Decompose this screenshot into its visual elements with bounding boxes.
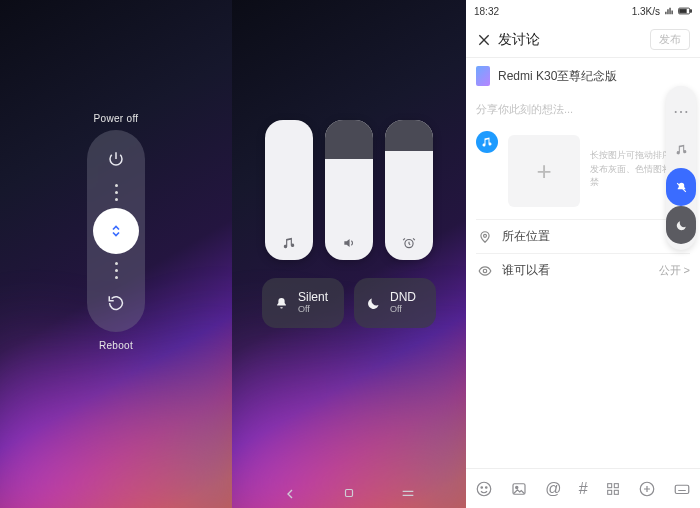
nav-home-icon[interactable] bbox=[342, 486, 356, 502]
image-icon[interactable] bbox=[510, 480, 528, 498]
svg-rect-12 bbox=[607, 483, 611, 487]
silent-title: Silent bbox=[298, 291, 328, 304]
battery-icon bbox=[678, 7, 692, 15]
dnd-title: DND bbox=[390, 291, 416, 304]
screenshot-volume-panel: Silent Off DND Off bbox=[232, 0, 466, 508]
svg-rect-14 bbox=[607, 490, 611, 494]
svg-rect-13 bbox=[614, 483, 618, 487]
close-icon[interactable] bbox=[476, 32, 492, 48]
silent-mode-button[interactable]: Silent Off bbox=[262, 278, 344, 328]
dnd-mode-button[interactable]: DND Off bbox=[354, 278, 436, 328]
ring-volume-slider[interactable] bbox=[325, 120, 373, 260]
location-icon bbox=[476, 230, 494, 244]
plus-circle-icon[interactable] bbox=[638, 480, 656, 498]
nav-recents-icon[interactable] bbox=[400, 486, 416, 502]
power-slider-knob[interactable] bbox=[93, 208, 139, 254]
alarm-volume-slider[interactable] bbox=[385, 120, 433, 260]
rail-more-icon[interactable]: ⋯ bbox=[666, 92, 696, 130]
reboot-label: Reboot bbox=[99, 340, 133, 351]
nav-back-icon[interactable] bbox=[282, 486, 298, 502]
device-thumb bbox=[476, 66, 490, 86]
at-icon[interactable]: @ bbox=[545, 480, 561, 498]
visibility-label: 谁可以看 bbox=[502, 262, 550, 279]
svg-point-6 bbox=[483, 269, 487, 273]
svg-point-11 bbox=[516, 486, 518, 488]
music-note-icon bbox=[282, 236, 296, 250]
svg-rect-17 bbox=[676, 485, 690, 493]
nav-bar bbox=[232, 486, 466, 502]
floating-tool-rail[interactable]: ⋯ bbox=[666, 86, 696, 250]
status-net-speed: 1.3K/s bbox=[632, 6, 660, 17]
compose-toolbar: @ # bbox=[466, 468, 700, 508]
hash-icon[interactable]: # bbox=[579, 480, 588, 498]
screenshot-compose-post: 18:32 1.3K/s 发讨论 发布 Redmi K30至尊纪念版 分享你此刻… bbox=[466, 0, 700, 508]
status-time: 18:32 bbox=[474, 6, 499, 17]
reboot-icon[interactable] bbox=[99, 286, 133, 320]
device-name: Redmi K30至尊纪念版 bbox=[498, 68, 617, 85]
emoji-icon[interactable] bbox=[475, 480, 493, 498]
svg-point-8 bbox=[481, 486, 483, 488]
slider-fill bbox=[325, 120, 373, 159]
bell-icon bbox=[272, 296, 290, 311]
visibility-value: 公开 > bbox=[659, 263, 690, 278]
rail-music-icon[interactable] bbox=[666, 130, 696, 168]
speaker-icon bbox=[342, 236, 356, 250]
alarm-icon bbox=[402, 236, 416, 250]
silent-sub: Off bbox=[298, 305, 328, 315]
signal-icon bbox=[664, 6, 674, 16]
svg-rect-15 bbox=[614, 490, 618, 494]
rail-mute-icon[interactable] bbox=[666, 168, 696, 206]
mode-buttons-row: Silent Off DND Off bbox=[262, 278, 436, 328]
keyboard-icon[interactable] bbox=[673, 480, 691, 498]
add-media-button[interactable]: + bbox=[508, 135, 580, 207]
svg-rect-1 bbox=[346, 490, 353, 497]
svg-point-9 bbox=[485, 486, 487, 488]
svg-point-5 bbox=[484, 234, 487, 237]
visibility-row[interactable]: 谁可以看 公开 > bbox=[466, 254, 700, 287]
power-icon[interactable] bbox=[99, 142, 133, 176]
eye-icon bbox=[476, 264, 494, 278]
moon-icon bbox=[364, 296, 382, 311]
compose-header: 发讨论 发布 bbox=[466, 22, 700, 58]
volume-sliders-row bbox=[265, 120, 433, 260]
svg-point-7 bbox=[477, 482, 491, 496]
pill-dots-bottom bbox=[115, 262, 118, 279]
power-off-label: Power off bbox=[94, 113, 139, 124]
location-label: 所在位置 bbox=[502, 228, 550, 245]
svg-rect-4 bbox=[680, 9, 686, 13]
status-bar: 18:32 1.3K/s bbox=[466, 0, 700, 22]
power-slider-pill[interactable] bbox=[87, 130, 145, 332]
screenshot-power-menu: Power off Reboot bbox=[0, 0, 232, 508]
rail-moon-icon[interactable] bbox=[666, 206, 696, 244]
svg-rect-3 bbox=[690, 10, 691, 12]
publish-button[interactable]: 发布 bbox=[650, 29, 690, 50]
media-volume-slider[interactable] bbox=[265, 120, 313, 260]
pill-dots-top bbox=[115, 184, 118, 201]
grid-icon[interactable] bbox=[605, 481, 621, 497]
page-title: 发讨论 bbox=[498, 31, 540, 49]
location-row[interactable]: 所在位置 bbox=[466, 220, 700, 253]
dnd-sub: Off bbox=[390, 305, 416, 315]
compose-placeholder[interactable]: 分享你此刻的想法... bbox=[466, 94, 700, 125]
media-area: + 长按图片可拖动排序 发布灰面、色情图将会被禁 bbox=[466, 125, 700, 219]
slider-fill bbox=[385, 120, 433, 151]
music-attachment-badge[interactable] bbox=[476, 131, 498, 153]
device-row[interactable]: Redmi K30至尊纪念版 bbox=[466, 58, 700, 94]
